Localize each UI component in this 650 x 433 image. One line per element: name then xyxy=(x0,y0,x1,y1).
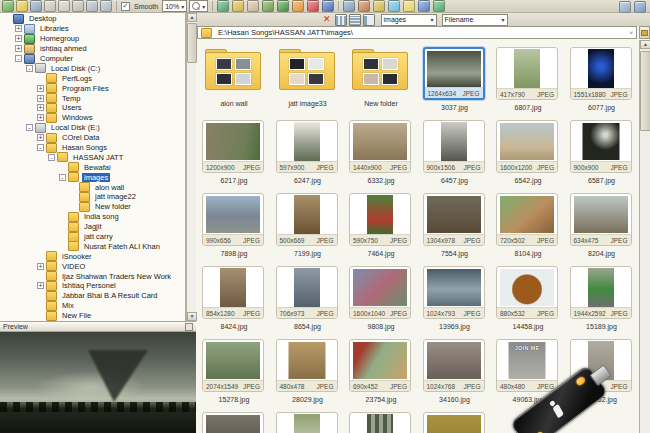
new-folder-button[interactable] xyxy=(639,26,650,39)
expand-icon[interactable]: + xyxy=(37,134,44,141)
image-filename[interactable]: 49063.jpg xyxy=(492,396,564,403)
thumbnail-card[interactable] xyxy=(349,412,411,433)
delete-icon[interactable] xyxy=(307,0,319,12)
details-view-icon[interactable] xyxy=(363,14,375,26)
tree-item-alon-wall[interactable]: alon wall xyxy=(0,182,185,192)
cut-icon[interactable] xyxy=(58,0,70,12)
image-filename[interactable]: 6332.jpg xyxy=(345,177,417,184)
folder-thumbnail[interactable] xyxy=(279,49,335,90)
tree-item-homegroup[interactable]: +Homegroup xyxy=(0,34,185,44)
list-view-icon[interactable] xyxy=(349,14,361,26)
tree-item-hasan-songs[interactable]: -Hasan Songs xyxy=(0,143,185,153)
tree-item-video[interactable]: +VIDEO xyxy=(0,261,185,271)
tree-item-computer[interactable]: -Computer xyxy=(0,54,185,64)
users-icon[interactable] xyxy=(358,0,370,12)
expand-icon[interactable]: + xyxy=(15,25,22,32)
open-image-icon[interactable] xyxy=(2,0,14,12)
tree-item-temp[interactable]: +Temp xyxy=(0,93,185,103)
web-icon[interactable] xyxy=(433,0,445,12)
thumbnail-card[interactable]: 900x1506JPEG xyxy=(423,120,485,173)
palette-icon[interactable] xyxy=(373,0,385,12)
filter-dropdown[interactable]: images ▾ xyxy=(381,14,437,26)
tree-item-ishtiaq-ahmed[interactable]: +ishtiaq ahmed xyxy=(0,44,185,54)
expand-icon[interactable]: + xyxy=(37,263,44,270)
image-filename[interactable]: 6587.jpg xyxy=(566,177,638,184)
thumbnail-card[interactable]: 900x900JPEG xyxy=(570,120,632,173)
tree-item-perflogs[interactable]: PerfLogs xyxy=(0,73,185,83)
image-filename[interactable]: 7898.jpg xyxy=(198,250,270,257)
expand-icon[interactable]: + xyxy=(37,114,44,121)
tree-item-jatt-carry[interactable]: jatt carry xyxy=(0,232,185,242)
expand-icon[interactable]: + xyxy=(37,85,44,92)
scroll-up-icon[interactable]: ▲ xyxy=(187,13,197,22)
tree-item-new-file[interactable]: New File xyxy=(0,311,185,321)
image-filename[interactable]: 7464.jpg xyxy=(345,250,417,257)
thumbnail-card[interactable] xyxy=(202,412,264,433)
grid-scrollbar-thumb[interactable] xyxy=(640,51,650,131)
thumbnail-card[interactable] xyxy=(276,412,338,433)
tree-item-ijaz-shahwan-traders-new-work[interactable]: Ijaz Shahwan Traders New Work xyxy=(0,271,185,281)
image-filename[interactable]: 3037.jpg xyxy=(419,104,491,111)
tree-item-hassan-jatt[interactable]: -HASSAN JATT xyxy=(0,152,185,162)
image-filename[interactable]: 7199.jpg xyxy=(272,250,344,257)
image-filename[interactable]: 13969.jpg xyxy=(419,323,491,330)
image-filename[interactable]: 34160.jpg xyxy=(419,396,491,403)
fullscreen-icon[interactable] xyxy=(217,0,229,12)
scroll-down-icon[interactable]: ▼ xyxy=(187,312,197,321)
thumbnail-card[interactable]: 720x502JPEG xyxy=(496,193,558,246)
thumbnail-card[interactable]: 990x656JPEG xyxy=(202,193,264,246)
image-filename[interactable]: 8424.jpg xyxy=(198,323,270,330)
thumbnail-card[interactable]: 1024x768JPEG xyxy=(423,339,485,392)
paste-icon[interactable] xyxy=(72,0,84,12)
thumbnail-card[interactable]: 597x900JPEG xyxy=(276,120,338,173)
sort-dropdown[interactable]: Filename ▾ xyxy=(442,14,508,26)
thumbnail-card[interactable]: 1200x900JPEG xyxy=(202,120,264,173)
scroll-up-icon[interactable]: ▲ xyxy=(640,40,650,49)
thumbnail-card[interactable]: 854x1280JPEG xyxy=(202,266,264,319)
expand-icon[interactable]: + xyxy=(37,104,44,111)
chevron-down-icon[interactable]: ˅ xyxy=(629,30,633,36)
thumbnail-card[interactable]: 634x475JPEG xyxy=(570,193,632,246)
image-filename[interactable]: 8654.jpg xyxy=(272,323,344,330)
magnifier-dropdown[interactable]: ▾ xyxy=(189,0,208,12)
grid-scrollbar[interactable]: ▲ xyxy=(639,40,650,433)
image-filename[interactable]: 6217.jpg xyxy=(198,177,270,184)
folder-label[interactable]: jatt image33 xyxy=(272,100,344,107)
save-icon[interactable] xyxy=(30,0,42,12)
tree-item-bewafai[interactable]: Bewafai xyxy=(0,162,185,172)
thumbnail-card[interactable]: 900x1200JPEG xyxy=(570,339,632,392)
thumbnail-card-selected[interactable]: 1264x634JPEG xyxy=(423,47,485,100)
dual-pane-icon[interactable] xyxy=(634,1,646,13)
thumbnail-card[interactable]: 1024x793JPEG xyxy=(423,266,485,319)
image-filename[interactable]: 28029.jpg xyxy=(272,396,344,403)
tree-item-local-disk-e-[interactable]: -Local Disk (E:) xyxy=(0,123,185,133)
image-filename[interactable]: 9808.jpg xyxy=(345,323,417,330)
expand-icon[interactable]: + xyxy=(15,35,22,42)
collapse-icon[interactable]: - xyxy=(26,65,33,72)
close-icon[interactable]: ✕ xyxy=(323,15,331,24)
image-filename[interactable]: 15278.jpg xyxy=(198,396,270,403)
collapse-icon[interactable]: - xyxy=(37,144,44,151)
info-icon[interactable] xyxy=(322,0,334,12)
image-filename[interactable]: 14458.jpg xyxy=(492,323,564,330)
folder-label[interactable]: alon wall xyxy=(198,100,270,107)
folder-label[interactable]: New folder xyxy=(345,100,417,107)
smooth-checkbox[interactable]: ✓ xyxy=(121,2,130,11)
thumbnail-card[interactable]: 1440x900JPEG xyxy=(349,120,411,173)
thumbnail-card[interactable]: 1600x1040JPEG xyxy=(349,266,411,319)
image-filename[interactable]: 7554.jpg xyxy=(419,250,491,257)
image-filename[interactable]: 6077.jpg xyxy=(566,104,638,111)
thumbnail-card[interactable]: 690x452JPEG xyxy=(349,339,411,392)
image-filename[interactable]: 6247.jpg xyxy=(272,177,344,184)
favorites-icon[interactable] xyxy=(292,0,304,12)
image-filename[interactable]: 49262.jpg xyxy=(566,396,638,403)
thumbnails-icon[interactable] xyxy=(247,0,259,12)
collapse-icon[interactable]: - xyxy=(26,124,33,131)
thumbnail-card[interactable]: JOIN ME480x480JPEG xyxy=(496,339,558,392)
image-filename[interactable]: 8104.jpg xyxy=(492,250,564,257)
thumbnail-card[interactable]: 1600x1200JPEG xyxy=(496,120,558,173)
thumbnail-card[interactable]: 590x750JPEG xyxy=(349,193,411,246)
browse-folder-icon[interactable] xyxy=(16,0,28,12)
image-filename[interactable]: 6807.jpg xyxy=(492,104,564,111)
zoom-level-dropdown[interactable]: 10% ▾ xyxy=(162,0,187,12)
